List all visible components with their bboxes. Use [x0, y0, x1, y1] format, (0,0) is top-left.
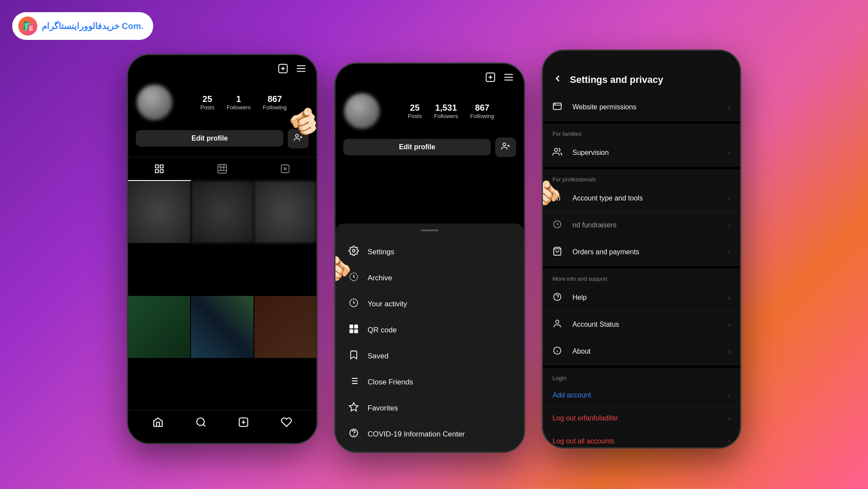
account-status-icon [552, 319, 566, 331]
orders-icon [552, 246, 566, 258]
photo-cell[interactable] [128, 181, 190, 243]
svg-point-6 [296, 134, 299, 137]
posts-stat-2: 25 Posts [408, 103, 422, 119]
arrow-icon: › [728, 437, 730, 445]
svg-rect-11 [155, 170, 158, 173]
menu-item-settings[interactable]: Settings [335, 239, 524, 265]
followers-stat[interactable]: 1 Followers [227, 94, 251, 111]
menu-item-close-friends[interactable]: Close Friends [335, 369, 524, 395]
settings-item-logout-all[interactable]: Log out all accounts › [543, 430, 740, 447]
menu-item-activity-label: Your activity [368, 300, 407, 308]
qr-icon [348, 324, 360, 337]
tab-tagged[interactable] [253, 158, 316, 181]
section-title-support: More info and support [543, 269, 740, 285]
section-title-login: Login [543, 368, 740, 384]
phones-container: 25 Posts 1 Followers 867 Following Edit … [127, 45, 741, 453]
menu-icon-2[interactable] [503, 72, 514, 85]
svg-rect-40 [351, 326, 352, 327]
svg-rect-41 [355, 326, 357, 327]
phone-1-top-bar [128, 55, 316, 80]
watermark-text: .Com خریدفالووراینستاگرام [42, 21, 144, 31]
menu-item-saved-label: Saved [368, 352, 388, 361]
archive-icon [348, 272, 360, 285]
menu-item-covid[interactable]: COVID-19 Information Center [335, 421, 524, 447]
arrow-icon: › [728, 194, 730, 202]
menu-item-activity[interactable]: Your activity [335, 291, 524, 317]
add-person-button-2[interactable] [495, 138, 516, 157]
settings-item-add-account[interactable]: Add account › [543, 384, 740, 407]
menu-item-saved[interactable]: Saved [335, 343, 524, 369]
svg-line-21 [203, 424, 205, 427]
svg-point-14 [220, 167, 224, 171]
svg-rect-45 [356, 330, 358, 331]
svg-point-34 [352, 249, 355, 252]
watermark: 🛍️ .Com خریدفالووراینستاگرام [12, 12, 153, 40]
add-icon-2[interactable] [485, 72, 496, 85]
posts-stat: 25 Posts [200, 94, 214, 111]
settings-item-about-label: About [572, 348, 728, 355]
website-permissions-icon [552, 102, 566, 113]
tab-reels[interactable] [191, 158, 254, 181]
phone-2-profile-header: 25 Posts 1,531 Followers 867 Following [335, 89, 524, 135]
settings-item-logout[interactable]: Log out erfanfoladifar › [543, 407, 740, 430]
svg-rect-12 [160, 170, 163, 173]
add-person-button[interactable] [288, 129, 309, 148]
settings-item-help-label: Help [572, 294, 728, 302]
settings-item-fundraisers-label: nd fundraisers [572, 221, 728, 229]
menu-item-favorites[interactable]: Favorites [335, 395, 524, 421]
photo-cell[interactable] [191, 296, 253, 358]
close-friends-icon [348, 376, 360, 389]
photo-cell[interactable] [191, 181, 253, 243]
back-button[interactable] [552, 73, 563, 86]
settings-item-orders-label: Orders and payments [572, 248, 728, 256]
arrow-icon: › [728, 294, 730, 302]
add-nav-icon[interactable] [238, 417, 249, 431]
settings-item-fundraisers[interactable]: nd fundraisers › [543, 212, 740, 239]
covid-icon [348, 428, 360, 441]
settings-item-help[interactable]: Help › [543, 285, 740, 312]
settings-icon [348, 246, 360, 259]
edit-profile-button[interactable]: Edit profile [136, 130, 283, 147]
settings-item-add-account-label: Add account [552, 391, 728, 399]
account-type-icon [552, 193, 566, 204]
settings-item-supervision[interactable]: Supervision › [543, 140, 740, 167]
slide-menu: Settings Archive [335, 223, 524, 452]
photo-cell[interactable] [254, 181, 316, 243]
home-nav-icon[interactable] [152, 417, 164, 431]
heart-nav-icon[interactable] [281, 417, 292, 431]
followers-stat-2[interactable]: 1,531 Followers [434, 103, 458, 119]
arrow-icon: › [728, 321, 730, 328]
edit-profile-row: Edit profile [128, 126, 316, 154]
menu-item-qr[interactable]: QR code [335, 317, 524, 343]
arrow-icon: › [728, 221, 730, 229]
menu-item-archive-label: Archive [368, 274, 392, 282]
menu-item-favorites-label: Favorites [368, 404, 398, 413]
photo-cell[interactable] [128, 296, 190, 358]
add-icon[interactable] [277, 63, 289, 77]
profile-header: 25 Posts 1 Followers 867 Following [128, 80, 316, 126]
settings-item-website-permissions[interactable]: Website permissions › [543, 94, 740, 121]
photo-cell[interactable] [254, 296, 316, 358]
menu-item-archive[interactable]: Archive [335, 265, 524, 291]
svg-rect-10 [160, 165, 163, 168]
menu-icon[interactable] [296, 63, 307, 77]
phone-3-screen: Settings and privacy Website permissions… [543, 51, 740, 447]
avatar [137, 85, 172, 120]
settings-item-orders[interactable]: Orders and payments › [543, 239, 740, 266]
settings-item-account-status-label: Account Status [572, 321, 728, 328]
phone-2: 25 Posts 1,531 Followers 867 Following E… [334, 62, 525, 453]
following-stat[interactable]: 867 Following [263, 94, 287, 111]
svg-point-20 [197, 418, 204, 425]
search-nav-icon[interactable] [195, 417, 207, 431]
settings-item-account-type[interactable]: Account type and tools › [543, 185, 740, 212]
settings-item-account-status[interactable]: Account Status › [543, 312, 740, 338]
following-stat-2[interactable]: 867 Following [470, 103, 494, 119]
tab-grid[interactable] [128, 158, 191, 181]
menu-item-settings-label: Settings [368, 248, 394, 256]
svg-rect-42 [351, 331, 352, 332]
settings-item-about[interactable]: About › [543, 338, 740, 365]
svg-point-56 [354, 435, 354, 435]
edit-profile-button-2[interactable]: Edit profile [343, 139, 491, 155]
favorites-icon [348, 402, 360, 415]
settings-item-website-permissions-label: Website permissions [572, 103, 728, 111]
